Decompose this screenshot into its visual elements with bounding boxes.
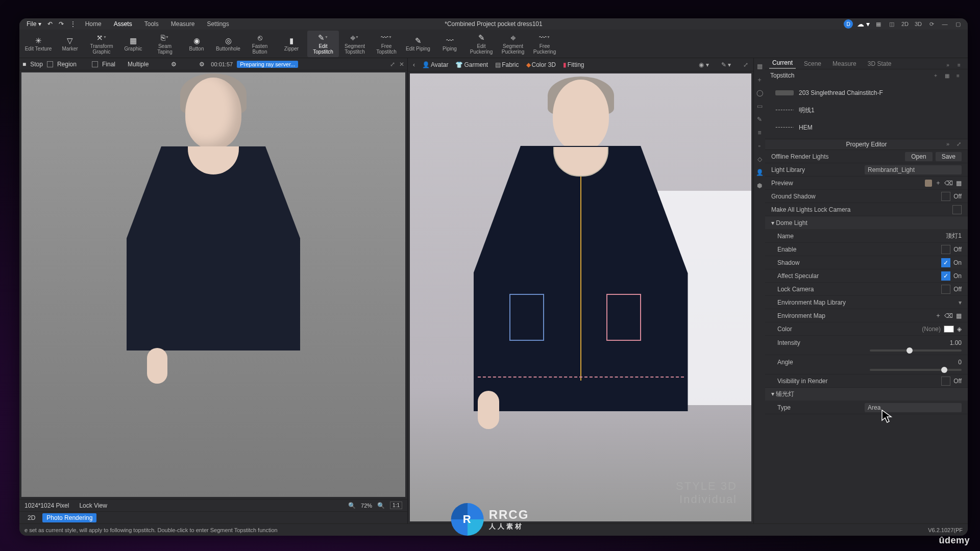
final-checkbox[interactable] [92,61,98,67]
tab-measure[interactable]: Measure [829,59,860,69]
zoom-1to1[interactable]: 1:1 [390,502,402,509]
mode-avatar[interactable]: Avatar [431,61,448,68]
envmap-grid-icon[interactable]: ▦ [956,312,962,319]
edit-mode-icon[interactable]: ✎ ▾ [721,61,731,68]
lockview-label[interactable]: Lock View [79,502,107,509]
ribbon-edit-texture[interactable]: ✳Edit Texture [22,31,54,57]
vis-toggle[interactable] [941,377,950,386]
tool8-icon[interactable]: ◇ [755,155,764,163]
ribbon-buttonhole[interactable]: ◎Buttonhole [212,31,244,57]
view-3d-button[interactable]: 3D [914,19,923,29]
menu-assets[interactable]: Assets [109,19,137,29]
ground-shadow-toggle[interactable] [941,192,950,201]
minimize-icon[interactable]: — [940,19,949,29]
list-view-icon[interactable]: ≡ [953,71,963,80]
pocket-right[interactable] [606,294,641,341]
zoom-out-icon[interactable]: 🔍 [348,502,356,509]
menu-measure[interactable]: Measure [166,19,200,29]
tab-3dstate[interactable]: 3D State [865,59,895,69]
envmap-add-icon[interactable]: ＋ [935,311,941,320]
mode-garment[interactable]: Garment [464,61,488,68]
settings-b-icon[interactable]: ⚙ [199,61,205,68]
name-value[interactable]: 顶灯1 [946,232,962,240]
preview-add-icon[interactable]: ＋ [935,179,941,187]
ribbon-graphic[interactable]: ▦Graphic [117,31,149,57]
pocket-left[interactable] [509,294,544,341]
tool5-icon[interactable]: ✎ [755,115,764,123]
render-viewport[interactable] [21,72,405,497]
camera-mode-icon[interactable]: ◉ ▾ [699,61,708,68]
preview-grid-icon[interactable]: ▦ [956,180,962,187]
ribbon-edit-topstitch[interactable]: ✎▼EditTopstitch [307,31,339,57]
angle-value[interactable]: 0 [958,359,962,366]
expand-right-icon[interactable]: » [943,61,952,69]
user-badge-icon[interactable]: D [844,19,853,29]
tool1-icon[interactable]: ▦ [755,62,764,70]
zoom-in-icon[interactable]: 🔍 [377,502,385,509]
list-item[interactable]: 203 Singlethread Chainstitch-F [770,85,968,101]
menu-tools[interactable]: Tools [139,19,164,29]
popout-icon[interactable]: ⤢ [957,141,964,148]
ribbon-free-topstitch[interactable]: 〰▼Free Topstitch [371,31,402,57]
menu-home[interactable]: Home [80,19,107,29]
multiple-label[interactable]: Multiple [128,61,149,68]
add-topstitch-icon[interactable]: ＋ [931,71,940,80]
color-picker-icon[interactable]: ◈ [957,325,962,333]
file-menu[interactable]: File ▾ [24,20,43,28]
settings-a-icon[interactable]: ⚙ [171,61,177,68]
angle-slider[interactable] [870,369,962,371]
tab-photo-rendering[interactable]: Photo Rendering [42,513,96,522]
layout-split-icon[interactable]: ◫ [887,19,896,29]
mode-fabric[interactable]: Fabric [502,61,519,68]
final-label[interactable]: Final [102,61,115,68]
ribbon-zipper[interactable]: ▮Zipper [276,31,307,57]
intensity-slider[interactable] [870,349,962,352]
maximize-icon[interactable]: ▢ [953,19,963,29]
close-render-icon[interactable]: ✕ [399,61,404,68]
ribbon-segment-topstitch[interactable]: ⎆▼SegmentTopstitch [339,31,371,57]
preview-del-icon[interactable]: ⌫ [944,180,953,187]
tool4-icon[interactable]: ▭ [755,102,764,110]
layout-grid-icon[interactable]: ▦ [874,19,883,29]
stop-icon[interactable]: ■ [22,61,26,68]
list-item[interactable]: HEM [770,119,968,136]
envmap-del-icon[interactable]: ⌫ [944,312,953,319]
tab-scene[interactable]: Scene [801,59,824,69]
ribbon-fasten-button[interactable]: ⎋FastenButton [244,31,276,57]
expand-icon[interactable]: ⤢ [390,61,395,68]
light-library-select[interactable]: Rembrandt_Light [865,165,962,174]
mode-fitting[interactable]: Fitting [568,61,584,68]
region-label[interactable]: Region [57,61,77,68]
color-swatch[interactable] [944,325,954,333]
tool9-icon[interactable]: 👤 [755,168,764,177]
ribbon-free-puckering[interactable]: 〰▼Free Puckering [529,31,560,57]
collapse-right-icon[interactable]: ≡ [954,61,964,69]
mode-color3d[interactable]: Color 3D [532,61,556,68]
viewport-3d[interactable]: STYLE 3D Individual [410,73,751,521]
history-dropdown-icon[interactable]: ⋮ [68,20,78,28]
make-all-lock-toggle[interactable] [952,205,962,214]
preview-swatch[interactable] [925,180,932,187]
tool10-icon[interactable]: ⬢ [755,182,764,190]
save-button[interactable]: Save [936,152,962,161]
enable-toggle[interactable] [941,245,950,254]
menu-settings[interactable]: Settings [202,19,234,29]
ribbon-segment-puckering[interactable]: ⎆SegmentPuckering [497,31,529,57]
ribbon-marker[interactable]: ▽Marker [54,31,86,57]
fill-light-header[interactable]: ▾ 辅光灯 [771,390,962,398]
avatar-3d[interactable] [438,80,724,478]
cloud-icon[interactable]: ☁ ▾ [857,20,870,28]
tab-current[interactable]: Current [769,58,796,69]
tool7-icon[interactable]: ▫ [755,142,764,150]
spec-toggle[interactable]: ✓ [941,271,950,281]
tool3-icon[interactable]: ◯ [755,89,764,97]
intensity-value[interactable]: 1.00 [950,339,962,346]
dome-light-header[interactable]: ▾ Dome Light [771,219,962,227]
undo-icon[interactable]: ↶ [45,20,55,28]
refresh-icon[interactable]: ⟳ [927,19,936,29]
ribbon-edit-piping[interactable]: ✎Edit Piping [402,31,434,57]
undock-icon[interactable]: » [946,141,953,148]
nav-back-icon[interactable]: ‹ [413,61,415,68]
grid-view-icon[interactable]: ▦ [942,71,951,80]
stop-button[interactable]: Stop [30,61,43,68]
